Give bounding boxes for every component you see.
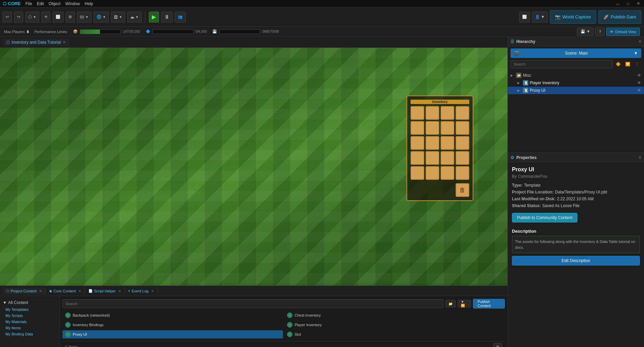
properties-content: Proxy UI By CommanderFoo Type: Template … xyxy=(508,162,644,347)
properties-close[interactable]: ✕ xyxy=(639,156,641,159)
pause-button[interactable]: ⏸ xyxy=(161,12,173,23)
content-search-input[interactable] xyxy=(62,299,443,308)
sidebar-my-binding-data[interactable]: My Binding Data xyxy=(3,331,57,337)
toolbar-separator xyxy=(145,12,145,23)
sidebar-my-materials[interactable]: My Materials xyxy=(3,319,57,325)
menu-help[interactable]: Help xyxy=(85,1,93,6)
chevron-down-icon: ▼ xyxy=(3,300,7,305)
content-item-backpack[interactable]: ⬡ Backpack (networked) xyxy=(62,311,283,319)
win-maximize[interactable]: □ xyxy=(626,2,631,6)
menu-window[interactable]: Window xyxy=(65,1,80,6)
prop-type-row: Type: Template xyxy=(512,183,640,188)
event-log-close[interactable]: ✕ xyxy=(151,289,154,293)
hierarchy-sort-button[interactable]: 🔽 xyxy=(624,60,632,68)
script-helper-icon: 📄 xyxy=(88,289,92,293)
hierarchy-search: 🔶 🔽 ⋮ xyxy=(511,60,641,68)
proxy-ui-visibility-icon[interactable]: 👁 xyxy=(637,88,641,93)
content-item-player-inv[interactable]: ⬡ Player Inventory xyxy=(284,321,505,329)
filter-button[interactable]: ▼ 🔽 xyxy=(458,300,471,307)
tree-item-proxy-ui[interactable]: ▶ 📜 Proxy UI 👁 xyxy=(508,87,644,94)
menu-object[interactable]: Object xyxy=(49,1,61,6)
tab-script-helper[interactable]: 📄 Script Helper ✕ xyxy=(85,288,125,294)
event-log-icon: ≡ xyxy=(128,289,130,293)
misc-expand-icon: ▶ xyxy=(511,74,515,77)
tab-event-log[interactable]: ≡ Event Log ✕ xyxy=(125,288,158,294)
tab-core-content[interactable]: ◉ Core Content ✕ xyxy=(46,288,85,294)
edit-description-button[interactable]: Edit Description xyxy=(512,256,640,265)
transform-button[interactable]: ✛ xyxy=(41,12,51,23)
content-item-proxy-ui[interactable]: ⬡ Proxy UI xyxy=(62,330,283,338)
player-inv-visibility-icon[interactable]: 👁 xyxy=(637,81,641,85)
grid-view-button[interactable]: ⊞ xyxy=(493,343,502,347)
win-minimize[interactable]: — xyxy=(614,2,621,6)
hierarchy-filter-button[interactable]: 🔶 xyxy=(614,60,622,68)
play-button[interactable]: ▶ xyxy=(149,12,159,23)
publish-community-button[interactable]: Publish to Community Content xyxy=(512,213,577,222)
undo-button[interactable]: ↩ xyxy=(3,12,12,23)
main-layout: ⬡ Inventory and Data Tutorial ✕ Inventor… xyxy=(0,37,644,347)
publish-game-button[interactable]: 🚀 Publish Gam xyxy=(598,10,641,24)
grid-button[interactable]: ⊞ xyxy=(66,12,75,23)
mesh-progress-fill xyxy=(80,30,100,34)
multiplayer-button[interactable]: 👥 xyxy=(175,12,186,23)
save-layout-button[interactable]: 💾 ▼ xyxy=(577,28,594,36)
project-content-close[interactable]: ✕ xyxy=(39,289,42,293)
help-button[interactable]: ? xyxy=(595,28,605,36)
duplicate-button[interactable]: ⬜ xyxy=(53,12,63,23)
hierarchy-search-input[interactable] xyxy=(511,60,613,68)
content-item-chest[interactable]: ⬡ Chest Inventory xyxy=(284,311,505,319)
view-button[interactable]: 🖼▼ xyxy=(111,12,125,23)
inv-cell-4 xyxy=(411,121,424,135)
content-footer: 6 Items ⊞ xyxy=(62,341,505,347)
snap-value-button[interactable]: 50▼ xyxy=(77,12,91,23)
content-item-icon-player-inv: ⬡ xyxy=(287,322,292,328)
sidebar-my-templates[interactable]: My Templates xyxy=(3,306,57,313)
terrain-button[interactable]: ⛰▼ xyxy=(127,12,142,23)
layout-button[interactable]: ⬜ xyxy=(519,12,530,23)
right-panel: ☰ Hierarchy ✕ 🎬 Scene: Main ▼ 🔶 🔽 ⋮ ▶ 📁 … xyxy=(507,37,644,347)
description-text: The assets for following along with the … xyxy=(512,236,640,253)
win-close[interactable]: ✕ xyxy=(635,1,641,6)
avatar-button[interactable]: 👤 ▼ xyxy=(532,12,548,23)
prop-file-row: Project File Location: Data/Templates/Pr… xyxy=(512,190,640,194)
menu-edit[interactable]: Edit xyxy=(37,1,44,6)
content-item-slot[interactable]: ⬡ Slot xyxy=(284,330,505,338)
default-view-button[interactable]: 👁 Default View xyxy=(606,28,640,36)
trash-button[interactable]: 🗑 xyxy=(456,183,469,197)
viewport[interactable]: Inventory xyxy=(0,48,507,286)
all-content-group[interactable]: ▼ All Content xyxy=(3,299,57,306)
hierarchy-tree: ▶ 📁 Misc 👁 ▶ 📜 Player Inventory 👁 ▶ 📜 Pr… xyxy=(508,70,644,153)
publish-content-button[interactable]: Publish Content xyxy=(473,299,505,308)
world-capture-button[interactable]: 📷 World Capture xyxy=(550,10,596,24)
viewport-tab-close[interactable]: ✕ xyxy=(63,40,66,44)
hierarchy-close[interactable]: ✕ xyxy=(639,40,641,43)
description-title: Description xyxy=(512,229,640,234)
sidebar-my-items[interactable]: My Items xyxy=(3,325,57,331)
content-main: 📁 ▼ 🔽 Publish Content ⬡ Backpack (networ… xyxy=(60,296,507,347)
sidebar-my-scripts[interactable]: My Scripts xyxy=(3,313,57,319)
viewport-tab-icon: ⬡ xyxy=(6,40,10,45)
content-item-icon-chest: ⬡ xyxy=(287,313,292,318)
inv-cell-16 xyxy=(411,166,424,180)
core-content-close[interactable]: ✕ xyxy=(78,289,81,293)
viewport-tab[interactable]: ⬡ Inventory and Data Tutorial ✕ xyxy=(3,39,69,46)
inv-cell-19 xyxy=(456,166,469,180)
redo-button[interactable]: ↪ xyxy=(14,12,23,23)
tab-project-content[interactable]: ⬡ Project Content ✕ xyxy=(3,288,46,294)
select-mode-button[interactable]: ⬡▼ xyxy=(25,12,39,23)
folder-button[interactable]: 📁 xyxy=(445,300,456,307)
prop-modified-row: Last Modified on Disk: 2.22.2022 10:05 A… xyxy=(512,197,640,201)
misc-visibility-icon[interactable]: 👁 xyxy=(637,73,641,78)
inv-cell-14 xyxy=(441,151,454,165)
menu-file[interactable]: File xyxy=(26,1,32,6)
world-button[interactable]: 🌐▼ xyxy=(94,12,109,23)
content-item-bindings[interactable]: ⬡ Inventory Bindings xyxy=(62,321,283,329)
tree-item-player-inventory[interactable]: ▶ 📜 Player Inventory 👁 xyxy=(508,79,644,87)
scene-selector[interactable]: 🎬 Scene: Main ▼ xyxy=(511,48,641,58)
bottom-tabs: ⬡ Project Content ✕ ◉ Core Content ✕ 📄 S… xyxy=(0,286,507,296)
status-bar: Max Players 8 Performance Limits: 📦 147/… xyxy=(0,27,644,37)
script-helper-close[interactable]: ✕ xyxy=(118,289,121,293)
hierarchy-options-button[interactable]: ⋮ xyxy=(633,60,641,68)
tree-item-misc[interactable]: ▶ 📁 Misc 👁 xyxy=(508,72,644,79)
geo-icon: 🔷 xyxy=(146,29,151,34)
